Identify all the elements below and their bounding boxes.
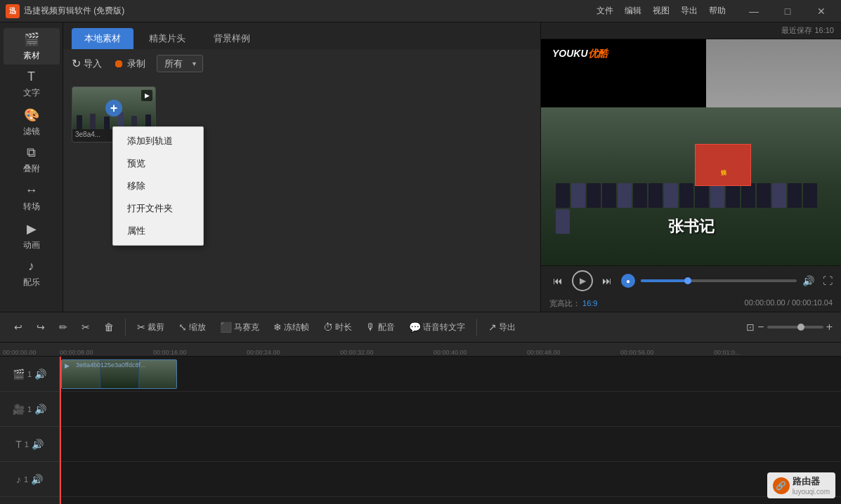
- delete-button[interactable]: 🗑: [98, 319, 119, 336]
- mosaic-button[interactable]: ⬛ 马赛克: [214, 319, 265, 336]
- last-save-label: 最近保存 16:10: [781, 25, 834, 36]
- loop-button[interactable]: ●: [621, 274, 635, 288]
- filter-icon: 🎨: [24, 107, 39, 123]
- voiceover-button[interactable]: 🎙 配音: [360, 319, 400, 336]
- sidebar-item-media-label: 素材: [23, 50, 40, 62]
- progress-bar[interactable]: [641, 279, 797, 282]
- aspect-ratio-section: 宽高比： 16:9: [549, 298, 597, 309]
- menu-edit[interactable]: 编辑: [625, 5, 641, 17]
- media-icon: 🎬: [24, 32, 39, 47]
- scale-button[interactable]: ⤡ 缩放: [173, 319, 211, 336]
- duration-button[interactable]: ⏱ 时长: [318, 319, 358, 336]
- tab-featured[interactable]: 精美片头: [136, 28, 198, 49]
- menu-help[interactable]: 帮助: [709, 5, 726, 17]
- preview-video: 锦旗 YOUKU优酷 张书记: [541, 39, 841, 265]
- minimize-button[interactable]: —: [740, 0, 768, 22]
- animation-icon: ▶: [27, 221, 37, 237]
- fit-icon[interactable]: ⊡: [746, 321, 755, 333]
- music-track-icon: ♪: [16, 474, 21, 485]
- import-button[interactable]: ↻ 导入: [72, 57, 102, 70]
- filter-select[interactable]: 所有: [157, 55, 203, 72]
- sidebar-item-media[interactable]: 🎬 素材: [4, 28, 60, 65]
- play-button[interactable]: ▶: [572, 270, 593, 291]
- sidebar-item-animation[interactable]: ▶ 动画: [4, 218, 60, 254]
- redo-button[interactable]: ↪: [31, 319, 51, 336]
- tab-local-media[interactable]: 本地素材: [72, 28, 133, 49]
- menu-export[interactable]: 导出: [681, 5, 698, 17]
- volume-icon[interactable]: 🔊: [802, 275, 814, 286]
- voiceover-icon: 🎙: [366, 321, 376, 333]
- separator: [125, 319, 126, 336]
- import-icon: ↻: [72, 57, 81, 70]
- text-track-icon: T: [15, 439, 22, 450]
- timeline-ruler: 00:00:00.00 00:00:08.00 00:00:16.00 00:0…: [0, 343, 841, 357]
- ctx-properties[interactable]: 属性: [113, 220, 203, 242]
- cut-icon: ✂: [82, 321, 90, 333]
- undo-button[interactable]: ↩: [8, 319, 28, 336]
- zoom-in-button[interactable]: +: [826, 321, 833, 333]
- watermark-text: 路由器 luyouqi.com: [793, 475, 830, 496]
- menu-file[interactable]: 文件: [596, 5, 613, 17]
- fullscreen-icon[interactable]: ⛶: [823, 275, 833, 286]
- watermark-brand: 路由器: [793, 475, 830, 488]
- next-frame-button[interactable]: ⏭: [599, 272, 615, 289]
- menu-view[interactable]: 视图: [653, 5, 670, 17]
- ctx-remove[interactable]: 移除: [113, 175, 203, 197]
- duration-label: 时长: [335, 321, 352, 333]
- record-button[interactable]: ⏺ 录制: [113, 58, 145, 70]
- figure: [726, 183, 740, 208]
- video2-sound-icon[interactable]: 🔊: [34, 404, 46, 415]
- cut-button[interactable]: ✂: [76, 319, 96, 336]
- zoom-out-button[interactable]: −: [757, 321, 764, 333]
- prev-frame-button[interactable]: ⏮: [549, 272, 566, 289]
- menu-bar: 文件 编辑 视图 导出 帮助: [596, 5, 726, 17]
- zoom-slider[interactable]: [767, 326, 823, 329]
- delete-icon: 🗑: [104, 321, 114, 333]
- scale-label: 缩放: [189, 321, 206, 333]
- track-label-music: ♪ 1 🔊: [0, 462, 59, 497]
- tab-background[interactable]: 背景样例: [201, 28, 263, 49]
- ctx-open-folder[interactable]: 打开文件夹: [113, 197, 203, 220]
- duration-icon: ⏱: [323, 321, 333, 333]
- logo-icon: 迅: [9, 6, 16, 16]
- record-label: 录制: [127, 58, 145, 70]
- progress-fill: [641, 279, 688, 282]
- figure: [571, 183, 585, 208]
- freeze-button[interactable]: ❄ 冻结帧: [268, 319, 315, 336]
- ctx-add-to-track[interactable]: 添加到轨道: [113, 130, 203, 152]
- sidebar-item-text[interactable]: T 文字: [4, 66, 60, 102]
- subtitle-text: 张书记: [668, 218, 715, 235]
- speech-to-text-button[interactable]: 💬 语音转文字: [403, 319, 471, 336]
- music-sound-icon[interactable]: 🔊: [31, 474, 43, 485]
- watermark: 🔗 路由器 luyouqi.com: [767, 472, 835, 498]
- add-to-track-overlay[interactable]: +: [105, 100, 122, 117]
- track-label-text: T 1 🔊: [0, 427, 59, 462]
- figure: [602, 183, 616, 208]
- ctx-preview[interactable]: 预览: [113, 152, 203, 175]
- trim-button[interactable]: ✂ 裁剪: [131, 319, 170, 336]
- crowd-area: 锦旗: [541, 107, 841, 265]
- sidebar-item-music[interactable]: ♪ 配乐: [4, 256, 60, 292]
- subtitle-overlay: 张书记: [541, 216, 841, 237]
- content-panel: 本地素材 精美片头 背景样例 ↻ 导入 ⏺ 录制 所有: [63, 22, 541, 312]
- export-button[interactable]: ↗ 导出: [483, 319, 521, 336]
- text-sound-icon[interactable]: 🔊: [32, 439, 44, 450]
- sidebar-item-music-label: 配乐: [23, 277, 40, 289]
- ruler-mark: 00:00:56.00: [620, 349, 714, 356]
- scale-icon: ⤡: [178, 321, 187, 333]
- transition-icon: ↔: [25, 183, 38, 198]
- track-area: ▶ 3e8a4b0125e3a0ffdc8f...: [60, 357, 841, 504]
- sidebar-item-filter-label: 滤镜: [23, 126, 40, 138]
- video-sound-icon[interactable]: 🔊: [34, 369, 46, 380]
- edit-button[interactable]: ✏: [53, 319, 73, 336]
- video-clip[interactable]: ▶ 3e8a4b0125e3a0ffdc8f...: [61, 359, 177, 389]
- ruler-mark: 00:00:08.00: [60, 349, 153, 356]
- sidebar-item-animation-label: 动画: [23, 239, 40, 251]
- track-row-video: ▶ 3e8a4b0125e3a0ffdc8f...: [60, 357, 841, 392]
- video-controls: ⏮ ▶ ⏭ ● 🔊 ⛶: [541, 265, 841, 296]
- sidebar-item-overlay[interactable]: ⧉ 叠附: [4, 142, 60, 178]
- sidebar-item-filter[interactable]: 🎨 滤镜: [4, 104, 60, 140]
- maximize-button[interactable]: □: [774, 0, 802, 22]
- sidebar-item-transition[interactable]: ↔ 转场: [4, 180, 60, 216]
- close-button[interactable]: ✕: [807, 0, 835, 22]
